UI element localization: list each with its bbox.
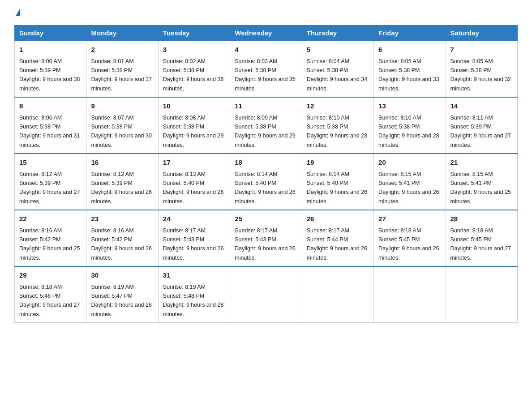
day-number: 16 — [91, 158, 153, 168]
day-info: Sunrise: 8:02 AMSunset: 5:38 PMDaylight:… — [163, 58, 224, 92]
day-number: 29 — [19, 270, 82, 281]
day-info: Sunrise: 8:16 AMSunset: 5:42 PMDaylight:… — [19, 227, 80, 261]
calendar-cell: 4Sunrise: 8:03 AMSunset: 5:38 PMDaylight… — [230, 41, 302, 97]
day-info: Sunrise: 8:12 AMSunset: 5:39 PMDaylight:… — [91, 171, 152, 205]
day-info: Sunrise: 8:00 AMSunset: 5:39 PMDaylight:… — [19, 58, 80, 92]
calendar-week-4: 22Sunrise: 8:16 AMSunset: 5:42 PMDayligh… — [15, 210, 518, 266]
calendar-cell: 11Sunrise: 8:09 AMSunset: 5:38 PMDayligh… — [230, 97, 302, 154]
calendar-cell: 18Sunrise: 8:14 AMSunset: 5:40 PMDayligh… — [230, 154, 302, 210]
day-number: 10 — [163, 101, 225, 111]
calendar-cell: 20Sunrise: 8:15 AMSunset: 5:41 PMDayligh… — [374, 154, 446, 210]
calendar-cell — [230, 266, 302, 323]
day-number: 3 — [163, 45, 225, 55]
day-info: Sunrise: 8:08 AMSunset: 5:38 PMDaylight:… — [163, 115, 224, 148]
calendar-cell: 28Sunrise: 8:18 AMSunset: 5:45 PMDayligh… — [446, 210, 517, 266]
day-number: 28 — [450, 214, 513, 224]
day-number: 26 — [307, 214, 369, 224]
day-number: 14 — [450, 101, 513, 111]
calendar-cell: 1Sunrise: 8:00 AMSunset: 5:39 PMDaylight… — [15, 41, 86, 97]
day-number: 20 — [378, 158, 441, 168]
calendar-cell: 29Sunrise: 8:18 AMSunset: 5:46 PMDayligh… — [15, 266, 86, 323]
calendar-cell: 2Sunrise: 8:01 AMSunset: 5:38 PMDaylight… — [86, 41, 158, 97]
day-info: Sunrise: 8:16 AMSunset: 5:42 PMDaylight:… — [91, 227, 152, 261]
column-header-thursday: Thursday — [302, 26, 373, 41]
column-header-wednesday: Wednesday — [230, 26, 302, 41]
day-number: 21 — [450, 158, 513, 168]
calendar-cell: 5Sunrise: 8:04 AMSunset: 5:38 PMDaylight… — [302, 41, 373, 97]
day-number: 8 — [19, 101, 82, 111]
day-number: 6 — [378, 45, 441, 55]
calendar-cell: 8Sunrise: 8:06 AMSunset: 5:38 PMDaylight… — [15, 97, 86, 154]
day-info: Sunrise: 8:14 AMSunset: 5:40 PMDaylight:… — [235, 171, 296, 205]
calendar-cell: 3Sunrise: 8:02 AMSunset: 5:38 PMDaylight… — [158, 41, 230, 97]
calendar-header-row: SundayMondayTuesdayWednesdayThursdayFrid… — [15, 26, 518, 41]
calendar-cell: 21Sunrise: 8:15 AMSunset: 5:41 PMDayligh… — [446, 154, 517, 210]
calendar-cell: 27Sunrise: 8:18 AMSunset: 5:45 PMDayligh… — [374, 210, 446, 266]
day-number: 24 — [163, 214, 225, 224]
calendar-cell: 15Sunrise: 8:12 AMSunset: 5:39 PMDayligh… — [15, 154, 86, 210]
calendar-cell: 19Sunrise: 8:14 AMSunset: 5:40 PMDayligh… — [302, 154, 373, 210]
day-number: 15 — [19, 158, 82, 168]
calendar-cell: 13Sunrise: 8:10 AMSunset: 5:38 PMDayligh… — [374, 97, 446, 154]
day-number: 5 — [307, 45, 369, 55]
day-info: Sunrise: 8:17 AMSunset: 5:43 PMDaylight:… — [235, 227, 296, 261]
day-info: Sunrise: 8:01 AMSunset: 5:38 PMDaylight:… — [91, 58, 152, 92]
day-info: Sunrise: 8:17 AMSunset: 5:43 PMDaylight:… — [163, 227, 224, 261]
day-info: Sunrise: 8:10 AMSunset: 5:38 PMDaylight:… — [378, 115, 439, 148]
logo — [14, 11, 20, 16]
day-number: 13 — [378, 101, 441, 111]
day-info: Sunrise: 8:18 AMSunset: 5:46 PMDaylight:… — [19, 284, 80, 317]
day-number: 4 — [235, 45, 297, 55]
calendar-cell — [302, 266, 373, 323]
day-info: Sunrise: 8:13 AMSunset: 5:40 PMDaylight:… — [163, 171, 224, 205]
calendar-cell: 23Sunrise: 8:16 AMSunset: 5:42 PMDayligh… — [86, 210, 158, 266]
day-number: 23 — [91, 214, 153, 224]
day-info: Sunrise: 8:05 AMSunset: 5:38 PMDaylight:… — [378, 58, 439, 92]
calendar-cell: 24Sunrise: 8:17 AMSunset: 5:43 PMDayligh… — [158, 210, 230, 266]
day-info: Sunrise: 8:14 AMSunset: 5:40 PMDaylight:… — [307, 171, 368, 205]
day-number: 12 — [307, 101, 369, 111]
calendar-cell: 31Sunrise: 8:19 AMSunset: 5:48 PMDayligh… — [158, 266, 230, 323]
day-info: Sunrise: 8:19 AMSunset: 5:47 PMDaylight:… — [91, 284, 152, 317]
calendar-cell: 16Sunrise: 8:12 AMSunset: 5:39 PMDayligh… — [86, 154, 158, 210]
column-header-tuesday: Tuesday — [158, 26, 230, 41]
calendar-cell: 17Sunrise: 8:13 AMSunset: 5:40 PMDayligh… — [158, 154, 230, 210]
day-number: 18 — [235, 158, 297, 168]
calendar-cell: 22Sunrise: 8:16 AMSunset: 5:42 PMDayligh… — [15, 210, 86, 266]
calendar-cell: 26Sunrise: 8:17 AMSunset: 5:44 PMDayligh… — [302, 210, 373, 266]
day-info: Sunrise: 8:15 AMSunset: 5:41 PMDaylight:… — [378, 171, 439, 205]
day-number: 31 — [163, 270, 225, 281]
day-info: Sunrise: 8:15 AMSunset: 5:41 PMDaylight:… — [450, 171, 511, 205]
day-info: Sunrise: 8:18 AMSunset: 5:45 PMDaylight:… — [378, 227, 439, 261]
day-info: Sunrise: 8:12 AMSunset: 5:39 PMDaylight:… — [19, 171, 80, 205]
day-number: 30 — [91, 270, 153, 281]
column-header-friday: Friday — [374, 26, 446, 41]
calendar-cell: 6Sunrise: 8:05 AMSunset: 5:38 PMDaylight… — [374, 41, 446, 97]
calendar-cell: 14Sunrise: 8:11 AMSunset: 5:39 PMDayligh… — [446, 97, 517, 154]
day-number: 2 — [91, 45, 153, 55]
calendar-week-1: 1Sunrise: 8:00 AMSunset: 5:39 PMDaylight… — [15, 41, 518, 97]
calendar-week-5: 29Sunrise: 8:18 AMSunset: 5:46 PMDayligh… — [15, 266, 518, 323]
day-info: Sunrise: 8:18 AMSunset: 5:45 PMDaylight:… — [450, 227, 511, 261]
day-number: 17 — [163, 158, 225, 168]
calendar-week-2: 8Sunrise: 8:06 AMSunset: 5:38 PMDaylight… — [15, 97, 518, 154]
day-info: Sunrise: 8:07 AMSunset: 5:38 PMDaylight:… — [91, 115, 152, 148]
day-number: 27 — [378, 214, 441, 224]
day-info: Sunrise: 8:09 AMSunset: 5:38 PMDaylight:… — [235, 115, 296, 148]
calendar-week-3: 15Sunrise: 8:12 AMSunset: 5:39 PMDayligh… — [15, 154, 518, 210]
calendar-cell: 25Sunrise: 8:17 AMSunset: 5:43 PMDayligh… — [230, 210, 302, 266]
day-number: 11 — [235, 101, 297, 111]
day-number: 25 — [235, 214, 297, 224]
calendar-table: SundayMondayTuesdayWednesdayThursdayFrid… — [14, 25, 518, 323]
calendar-cell: 7Sunrise: 8:05 AMSunset: 5:38 PMDaylight… — [446, 41, 517, 97]
calendar-cell: 10Sunrise: 8:08 AMSunset: 5:38 PMDayligh… — [158, 97, 230, 154]
day-info: Sunrise: 8:11 AMSunset: 5:39 PMDaylight:… — [450, 115, 511, 148]
day-info: Sunrise: 8:04 AMSunset: 5:38 PMDaylight:… — [307, 58, 368, 92]
day-number: 9 — [91, 101, 153, 111]
column-header-sunday: Sunday — [15, 26, 86, 41]
calendar-cell: 30Sunrise: 8:19 AMSunset: 5:47 PMDayligh… — [86, 266, 158, 323]
day-number: 1 — [19, 45, 82, 55]
day-number: 7 — [450, 45, 513, 55]
day-info: Sunrise: 8:19 AMSunset: 5:48 PMDaylight:… — [163, 284, 224, 317]
day-info: Sunrise: 8:03 AMSunset: 5:38 PMDaylight:… — [235, 58, 296, 92]
